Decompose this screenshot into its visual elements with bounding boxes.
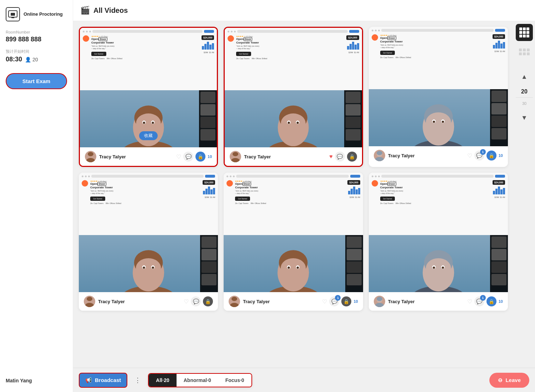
broadcast-button[interactable]: 📢 Broadcast: [79, 373, 127, 388]
svg-point-43: [136, 258, 161, 278]
scroll-up-button[interactable]: ▲: [516, 70, 533, 83]
card-footer-6: Tracy Talyer ♡ 💬 1 🔒 10: [369, 292, 508, 311]
svg-point-26: [233, 152, 238, 156]
chat-button-2[interactable]: 💬: [335, 152, 345, 162]
video-feed-1: 收藏: [80, 90, 217, 147]
avatar-2: [230, 151, 241, 162]
svg-point-19: [281, 113, 306, 133]
per-page-alt-number[interactable]: 30: [516, 98, 533, 109]
bottom-bar: 📢 Broadcast ⋮ All·20 Abnormal·0 Focus·0 …: [73, 368, 535, 392]
heart-icon-4[interactable]: ♡: [184, 298, 189, 305]
filter-tabs: All·20 Abnormal·0 Focus·0: [148, 373, 252, 387]
card-name-1: Tracy Talyer: [99, 154, 173, 159]
svg-point-74: [377, 297, 382, 301]
svg-point-38: [377, 151, 382, 155]
avatar-4: [84, 296, 95, 307]
mini-browser-3: ★★★★☆ 4.5 Stars OpenDoorCorporate Tower …: [369, 27, 508, 89]
sidebar-bottom: Matin Yang: [6, 378, 67, 385]
svg-rect-1: [11, 13, 15, 16]
video-card-3[interactable]: ★★★★☆ 4.5 Stars OpenDoorCorporate Tower …: [369, 27, 508, 167]
video-card-2[interactable]: ★★★★☆ 4.5 Stars OpenDoorCorporate Tower …: [224, 27, 363, 167]
svg-point-62: [231, 297, 237, 301]
svg-point-61: [230, 303, 239, 307]
svg-point-13: [86, 158, 95, 162]
main-container: Online Proctoring RoomNumber 899 888 888…: [0, 0, 535, 392]
heart-icon-2[interactable]: ♥: [329, 153, 333, 160]
avatar-1: [85, 151, 96, 162]
video-card-1[interactable]: ★★★★☆ 4.5 Stars OpenDoorCorporate Tower …: [79, 27, 218, 167]
video-card-4[interactable]: ★★★★☆ 4.5 Stars OpenDoorCorporate Tower …: [79, 173, 218, 311]
content-right: ★★★★☆ 4.5 Stars OpenDoorCorporate Tower …: [73, 21, 535, 368]
leave-button[interactable]: ⊖ Leave: [489, 373, 529, 388]
mini-browser-4: ★★★★☆ 4.5 Stars OpenDoorCorporate Tower …: [79, 173, 218, 235]
video-card-5[interactable]: ★★★★☆ 4.5 Stars OpenDoorCorporate Tower …: [224, 173, 363, 311]
svg-point-47: [152, 266, 154, 269]
lock-button-3[interactable]: 🔒: [486, 151, 496, 161]
card-footer-2: Tracy Talyer ♥ 💬 🔒: [225, 147, 362, 166]
heart-icon-6[interactable]: ♡: [467, 298, 472, 305]
avatar-3: [374, 150, 385, 161]
svg-point-31: [426, 112, 451, 132]
broadcast-more-button[interactable]: ⋮: [133, 375, 142, 386]
person-icon: 👤: [25, 57, 31, 62]
video-row-1: ★★★★☆ 4.5 Stars OpenDoorCorporate Tower …: [79, 27, 508, 167]
heart-icon-1[interactable]: ♡: [176, 153, 181, 160]
video-row-2: ★★★★☆ 4.5 Stars OpenDoorCorporate Tower …: [79, 173, 508, 311]
lock-button-4[interactable]: 🔒: [203, 296, 213, 306]
broadcast-icon: 📢: [85, 377, 92, 383]
video-feed-6: [369, 235, 508, 292]
content-header: 🎬 All Videos: [73, 0, 535, 21]
svg-point-7: [136, 113, 160, 133]
svg-point-34: [433, 121, 435, 123]
video-card-6[interactable]: ★★★★☆ 4.5 Stars OpenDoorCorporate Tower …: [369, 173, 508, 311]
lock-button-5[interactable]: 🔒: [341, 296, 351, 306]
card-footer-1: Tracy Talyer ♡ 💬 🔒 10: [80, 147, 217, 166]
logo-area: Online Proctoring: [6, 7, 67, 21]
collect-badge-1[interactable]: 收藏: [139, 131, 158, 140]
video-feed-5: [224, 235, 363, 292]
chat-button-1[interactable]: 💬: [183, 152, 193, 162]
heart-icon-5[interactable]: ♡: [322, 298, 327, 305]
broadcast-label: Broadcast: [95, 377, 121, 383]
student-count-display: 👤 20: [25, 57, 38, 62]
filter-tab-all[interactable]: All·20: [149, 374, 176, 387]
leave-icon: ⊖: [498, 377, 503, 383]
student-name: Matin Yang: [6, 378, 67, 383]
logo-icon: [6, 7, 20, 21]
chat-button-6[interactable]: 💬 1: [474, 296, 484, 306]
video-side-panel-2: [344, 90, 362, 147]
svg-point-70: [433, 266, 435, 269]
avatar-5: [229, 296, 240, 307]
lock-button-1[interactable]: 🔒: [195, 152, 205, 162]
svg-point-25: [231, 158, 240, 162]
heart-icon-3[interactable]: ♡: [467, 152, 472, 159]
grid-view-button[interactable]: [516, 24, 533, 41]
badge-10-1: 10: [208, 154, 212, 159]
leave-label: Leave: [505, 377, 521, 383]
chat-button-5[interactable]: 💬 1: [329, 296, 339, 306]
svg-point-59: [297, 266, 299, 269]
scroll-down-button[interactable]: ▼: [516, 111, 533, 124]
list-view-button[interactable]: [516, 43, 533, 60]
lock-button-6[interactable]: 🔒: [486, 296, 496, 306]
filter-tab-abnormal[interactable]: Abnormal·0: [177, 374, 218, 387]
chat-button-4[interactable]: 💬: [191, 296, 201, 306]
card-name-5: Tracy Talyer: [243, 299, 319, 304]
start-exam-button[interactable]: Start Exam: [6, 73, 67, 89]
chat-button-3[interactable]: 💬 1: [474, 151, 484, 161]
lock-button-2[interactable]: 🔒: [347, 152, 357, 162]
view-controls-panel: ▲ 20 30 ▼: [514, 21, 535, 368]
room-label: RoomNumber: [6, 30, 67, 34]
video-feed-4: [79, 235, 218, 292]
card-actions-4: ♡ 💬 🔒: [184, 296, 213, 306]
avatar-6: [374, 296, 385, 307]
svg-point-22: [288, 122, 290, 124]
svg-point-55: [281, 258, 306, 278]
filter-tab-focus[interactable]: Focus·0: [218, 374, 251, 387]
video-side-panel-3: [490, 89, 508, 146]
video-side-panel-5: [345, 235, 363, 292]
chat-badge-6: 1: [480, 295, 486, 301]
time-label: 预计开始时间: [6, 49, 67, 54]
card-actions-1: ♡ 💬 🔒 10: [176, 152, 212, 162]
badge-10-3: 10: [499, 153, 503, 158]
